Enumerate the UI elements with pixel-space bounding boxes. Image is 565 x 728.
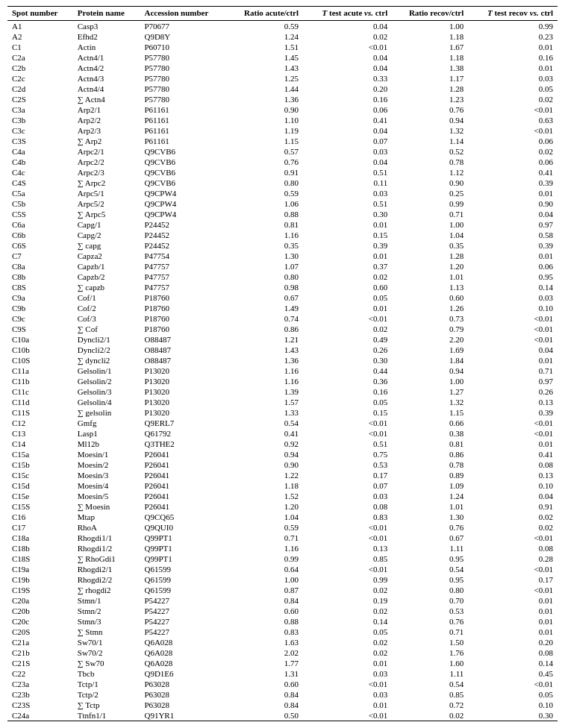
cell-ttest-recov: 0.06	[468, 136, 558, 146]
cell-ratio-acute: 2.02	[227, 647, 303, 658]
cell-ratio-recov: 0.71	[392, 209, 468, 219]
cell-ratio-recov: 1.32	[392, 397, 468, 407]
table-row: C3bArp2/2P611611.100.410.940.63	[7, 115, 558, 125]
cell-spot: C15a	[7, 449, 73, 459]
table-row: C2bActn4/2P577801.430.041.380.01	[7, 63, 558, 73]
cell-ttest-acute: 0.44	[303, 365, 392, 376]
table-row: C19bRhogdi2/2Q615991.000.990.950.17	[7, 574, 558, 585]
cell-spot: C11S	[7, 407, 73, 418]
table-row: C3S∑ Arp2P611611.150.071.140.06	[7, 136, 558, 146]
cell-accession: P26041	[140, 491, 227, 501]
cell-ratio-recov: 0.78	[392, 459, 468, 470]
cell-accession: Q61599	[140, 585, 227, 595]
cell-protein: Efhd2	[73, 31, 140, 42]
cell-ratio-acute: 1.04	[227, 512, 303, 522]
cell-ttest-recov: 0.03	[468, 73, 558, 84]
cell-ttest-acute: <0.01	[303, 522, 392, 533]
cell-ratio-acute: 0.94	[227, 449, 303, 459]
cell-ratio-acute: 0.71	[227, 533, 303, 543]
cell-ratio-acute: 1.25	[227, 73, 303, 84]
cell-ttest-acute: 0.07	[303, 480, 392, 491]
cell-ratio-acute: 0.35	[227, 240, 303, 251]
cell-ratio-recov: 1.69	[392, 345, 468, 355]
cell-accession: Q9CVB6	[140, 178, 227, 188]
cell-protein: Gelsolin/3	[73, 386, 140, 397]
cell-ttest-recov: 0.90	[468, 198, 558, 209]
cell-ratio-acute: 0.59	[227, 21, 303, 32]
cell-spot: C20b	[7, 606, 73, 616]
cell-protein: Stmn/3	[73, 616, 140, 627]
cell-ratio-acute: 1.57	[227, 397, 303, 407]
cell-ttest-acute: 0.16	[303, 386, 392, 397]
cell-ratio-acute: 0.84	[227, 595, 303, 606]
cell-protein: Cof/3	[73, 313, 140, 324]
table-row: C4aArpc2/1Q9CVB60.570.030.520.02	[7, 146, 558, 157]
table-row: A1Casp3P706770.590.041.000.99	[7, 21, 558, 32]
cell-ratio-recov: 1.24	[392, 491, 468, 501]
cell-ttest-acute: 0.02	[303, 324, 392, 334]
cell-protein: Casp3	[73, 21, 140, 32]
cell-accession: P60710	[140, 42, 227, 52]
cell-spot: C12	[7, 418, 73, 428]
cell-protein: Stmn/1	[73, 595, 140, 606]
cell-protein: Dyncli2/1	[73, 334, 140, 345]
cell-ttest-recov: 0.26	[468, 386, 558, 397]
cell-ttest-acute: <0.01	[303, 313, 392, 324]
cell-ttest-acute: 0.08	[303, 501, 392, 512]
cell-accession: Q3THE2	[140, 439, 227, 449]
table-row: C4bArpc2/2Q9CVB60.760.040.780.06	[7, 157, 558, 167]
cell-ttest-acute: 0.30	[303, 209, 392, 219]
cell-ratio-acute: 0.60	[227, 679, 303, 689]
cell-spot: C2S	[7, 94, 73, 104]
cell-protein: ∑ dyncli2	[73, 355, 140, 365]
cell-ratio-acute: 1.30	[227, 251, 303, 261]
table-row: C15dMoesin/4P260411.180.071.090.10	[7, 480, 558, 491]
cell-ttest-acute: 0.19	[303, 595, 392, 606]
table-row: C20aStmn/1P542270.840.190.700.01	[7, 595, 558, 606]
cell-spot: C11c	[7, 386, 73, 397]
cell-accession: P57780	[140, 52, 227, 63]
cell-spot: C3b	[7, 115, 73, 125]
cell-ttest-acute: 0.37	[303, 261, 392, 272]
cell-ttest-recov: 0.02	[468, 94, 558, 104]
cell-ttest-acute: 0.60	[303, 282, 392, 292]
table-row: C6bCapg/2P244521.160.151.040.58	[7, 230, 558, 240]
cell-spot: C17	[7, 522, 73, 533]
cell-ratio-acute: 1.51	[227, 42, 303, 52]
cell-spot: C18b	[7, 543, 73, 553]
cell-spot: C6S	[7, 240, 73, 251]
cell-accession: Q61599	[140, 574, 227, 585]
cell-accession: Q61599	[140, 564, 227, 574]
cell-ratio-recov: 1.00	[392, 219, 468, 230]
cell-spot: C3c	[7, 125, 73, 136]
cell-ratio-recov: 0.99	[392, 198, 468, 209]
table-row: C15S∑ MoesinP260411.200.081.010.91	[7, 501, 558, 512]
cell-spot: C3a	[7, 104, 73, 115]
cell-ratio-recov: 0.71	[392, 627, 468, 637]
table-row: C21aSw70/1Q6A0281.630.021.500.20	[7, 637, 558, 647]
cell-accession: Q9CPW4	[140, 198, 227, 209]
cell-ttest-recov: 0.01	[468, 188, 558, 198]
cell-accession: Q9QUI0	[140, 522, 227, 533]
cell-ratio-acute: 1.24	[227, 31, 303, 42]
cell-accession: Q9CPW4	[140, 209, 227, 219]
cell-ttest-recov: 0.06	[468, 261, 558, 272]
cell-ttest-acute: 0.51	[303, 439, 392, 449]
cell-ratio-acute: 1.16	[227, 230, 303, 240]
cell-protein: Capg/2	[73, 230, 140, 240]
cell-ratio-acute: 0.92	[227, 439, 303, 449]
table-row: C6aCapg/1P244520.810.011.000.97	[7, 219, 558, 230]
cell-ttest-acute: 0.99	[303, 574, 392, 585]
cell-protein: Actn4/1	[73, 52, 140, 63]
cell-protein: Rhogdi1/1	[73, 533, 140, 543]
cell-ttest-recov: 0.41	[468, 449, 558, 459]
cell-ratio-recov: 0.76	[392, 616, 468, 627]
cell-protein: ∑ Actn4	[73, 94, 140, 104]
cell-protein: ∑ Arpc2	[73, 178, 140, 188]
cell-protein: Tctp/2	[73, 689, 140, 700]
cell-ratio-recov: 0.73	[392, 313, 468, 324]
table-row: C11aGelsolin/1P130201.160.440.940.71	[7, 365, 558, 376]
cell-ratio-acute: 0.59	[227, 522, 303, 533]
cell-ratio-recov: 1.20	[392, 261, 468, 272]
cell-ttest-acute: 0.04	[303, 52, 392, 63]
